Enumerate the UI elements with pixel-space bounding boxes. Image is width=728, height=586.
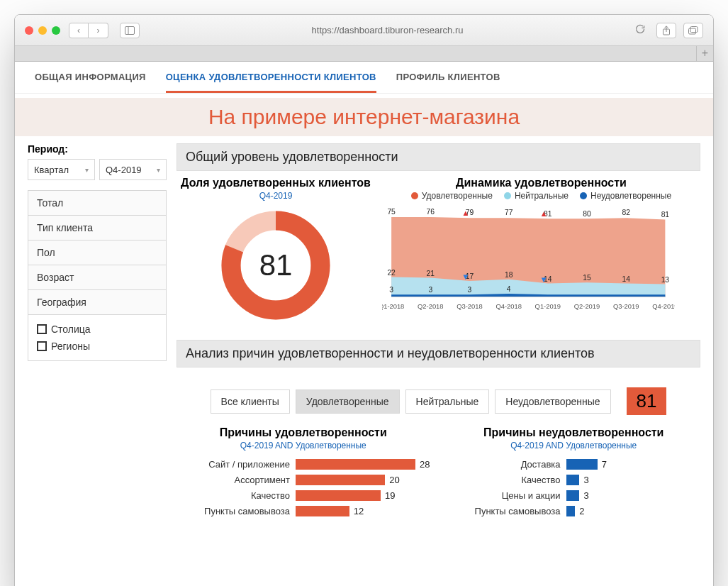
filter-sidebar: Период: Квартал ▾ Q4-2019 ▾ Тотал Тип кл… bbox=[28, 143, 167, 521]
reasons-negative-title: Причины неудовлетворенности bbox=[447, 426, 701, 439]
svg-text:▲: ▲ bbox=[461, 209, 469, 217]
dynamics-card: Динамика удовлетворенности Удовлетворенн… bbox=[382, 177, 700, 328]
chevron-down-icon: ▾ bbox=[85, 166, 89, 174]
period-label: Период: bbox=[28, 143, 167, 155]
svg-text:▼: ▼ bbox=[540, 275, 548, 284]
reload-button[interactable] bbox=[635, 24, 648, 36]
section-overall-title: Общий уровень удовлетворенности bbox=[177, 143, 700, 171]
svg-text:Q4-2019: Q4-2019 bbox=[652, 303, 674, 310]
reason-value: 19 bbox=[385, 490, 395, 501]
tab-general[interactable]: ОБЩАЯ ИНФОРМАЦИЯ bbox=[35, 72, 146, 93]
donut-sub: Q4-2019 bbox=[177, 191, 375, 201]
filter-cat-geography[interactable]: География bbox=[28, 290, 166, 315]
reason-bar bbox=[566, 475, 580, 485]
filter-categories: Тотал Тип клиента Пол Возраст География … bbox=[28, 190, 167, 361]
share-button[interactable] bbox=[656, 23, 676, 38]
reason-row: Пункты самовывоза 12 bbox=[177, 506, 430, 516]
svg-text:▲: ▲ bbox=[540, 209, 548, 218]
reason-bar bbox=[296, 506, 349, 516]
reasons-positive-sub: Q4-2019 AND Удовлетворенные bbox=[177, 441, 430, 450]
nav-back-button[interactable]: ‹ bbox=[69, 23, 89, 38]
page-content: ОБЩАЯ ИНФОРМАЦИЯ ОЦЕНКА УДОВЛЕТВОРЕННОСТ… bbox=[15, 62, 713, 586]
reason-row: Ассортимент 20 bbox=[177, 475, 430, 485]
section-reasons-title: Анализ причин удовлетворенности и неудов… bbox=[177, 340, 700, 367]
reasons-negative: Причины неудовлетворенности Q4-2019 AND … bbox=[447, 426, 701, 521]
pill-all[interactable]: Все клиенты bbox=[211, 389, 290, 414]
reason-label: Сайт / приложение bbox=[177, 459, 290, 470]
period-mode-select[interactable]: Квартал ▾ bbox=[28, 159, 95, 180]
nav-forward-button[interactable]: › bbox=[89, 23, 108, 38]
reason-row: Качество 3 bbox=[447, 475, 701, 485]
tab-satisfaction[interactable]: ОЦЕНКА УДОВЛЕТВОРЕННОСТИ КЛИЕНТОВ bbox=[166, 72, 376, 93]
checkbox-icon bbox=[37, 324, 47, 334]
share-icon bbox=[662, 26, 671, 35]
svg-text:Q4-2018: Q4-2018 bbox=[495, 303, 521, 310]
period-value: Q4-2019 bbox=[106, 165, 142, 175]
pill-dissatisfied[interactable]: Неудовлетворенные bbox=[495, 389, 610, 414]
reason-value: 28 bbox=[420, 459, 430, 470]
reason-bar bbox=[296, 475, 385, 485]
svg-text:15: 15 bbox=[583, 274, 591, 282]
reason-value: 2 bbox=[579, 506, 584, 516]
filter-cat-total[interactable]: Тотал bbox=[28, 191, 166, 216]
score-badge: 81 bbox=[627, 387, 667, 415]
donut-value: 81 bbox=[218, 208, 333, 323]
reason-label: Пункты самовывоза bbox=[447, 506, 561, 516]
svg-text:4: 4 bbox=[507, 285, 511, 293]
svg-text:3: 3 bbox=[428, 286, 432, 294]
svg-text:13: 13 bbox=[661, 276, 670, 284]
tab-profile[interactable]: ПРОФИЛЬ КЛИЕНТОВ bbox=[396, 72, 500, 93]
donut-chart: 81 bbox=[218, 208, 333, 323]
url-display[interactable]: https://dashboard.tiburon-research.ru bbox=[148, 25, 627, 35]
svg-text:21: 21 bbox=[427, 270, 435, 277]
reason-row: Цены и акции 3 bbox=[447, 490, 701, 501]
reason-label: Пункты самовывоза bbox=[177, 506, 290, 516]
tab-strip: + bbox=[15, 46, 713, 62]
period-value-select[interactable]: Q4-2019 ▾ bbox=[99, 159, 167, 180]
reason-value: 3 bbox=[583, 490, 588, 501]
svg-text:Q3-2018: Q3-2018 bbox=[457, 303, 482, 310]
maximize-window-icon[interactable] bbox=[52, 26, 60, 35]
check-capital-label: Столица bbox=[51, 324, 91, 335]
checkbox-icon bbox=[37, 341, 47, 351]
svg-text:Q1-2019: Q1-2019 bbox=[535, 303, 561, 310]
legend-dissatisfied: Неудовлетворенные bbox=[590, 191, 671, 201]
pill-neutral[interactable]: Нейтральные bbox=[405, 389, 490, 414]
svg-text:77: 77 bbox=[505, 209, 513, 216]
reason-row: Доставка 7 bbox=[447, 459, 701, 470]
check-regions-label: Регионы bbox=[51, 341, 90, 352]
new-tab-button[interactable]: + bbox=[696, 46, 713, 61]
svg-rect-3 bbox=[689, 28, 696, 34]
main-panel: Общий уровень удовлетворенности Доля удо… bbox=[177, 143, 700, 521]
reason-row: Сайт / приложение 28 bbox=[177, 459, 430, 470]
svg-text:76: 76 bbox=[427, 208, 435, 216]
reason-bar bbox=[296, 459, 415, 470]
check-regions[interactable]: Регионы bbox=[35, 338, 159, 355]
check-capital[interactable]: Столица bbox=[35, 321, 159, 338]
sidebar-icon bbox=[125, 26, 135, 35]
svg-text:82: 82 bbox=[622, 209, 630, 216]
browser-chrome: ‹ › https://dashboard.tiburon-research.r… bbox=[15, 15, 713, 46]
filter-cat-age[interactable]: Возраст bbox=[28, 265, 166, 290]
svg-text:22: 22 bbox=[387, 269, 396, 277]
pill-satisfied[interactable]: Удовлетворенные bbox=[296, 389, 400, 414]
client-filter-pills: Все клиенты Удовлетворенные Нейтральные … bbox=[177, 387, 700, 415]
page-title: На примере интернет-магазина bbox=[15, 98, 713, 136]
filter-cat-gender[interactable]: Пол bbox=[28, 241, 166, 265]
svg-text:Q3-2019: Q3-2019 bbox=[613, 303, 639, 310]
svg-rect-4 bbox=[690, 26, 698, 32]
filter-cat-type[interactable]: Тип клиента bbox=[28, 216, 166, 241]
reasons-negative-sub: Q4-2019 AND Удовлетворенные bbox=[447, 441, 701, 450]
minimize-window-icon[interactable] bbox=[38, 26, 47, 35]
legend-satisfied: Удовлетворенные bbox=[422, 191, 493, 201]
svg-text:3: 3 bbox=[389, 286, 393, 294]
sidebar-toggle-button[interactable] bbox=[120, 23, 140, 38]
close-window-icon[interactable] bbox=[25, 26, 33, 35]
reason-bar bbox=[566, 506, 576, 516]
traffic-lights bbox=[25, 26, 60, 35]
svg-text:Q2-2018: Q2-2018 bbox=[418, 303, 443, 310]
reason-label: Цены и акции bbox=[447, 490, 561, 501]
reason-row: Пункты самовывоза 2 bbox=[447, 506, 701, 516]
nav-buttons: ‹ › bbox=[69, 23, 108, 38]
tabs-button[interactable] bbox=[683, 23, 703, 38]
